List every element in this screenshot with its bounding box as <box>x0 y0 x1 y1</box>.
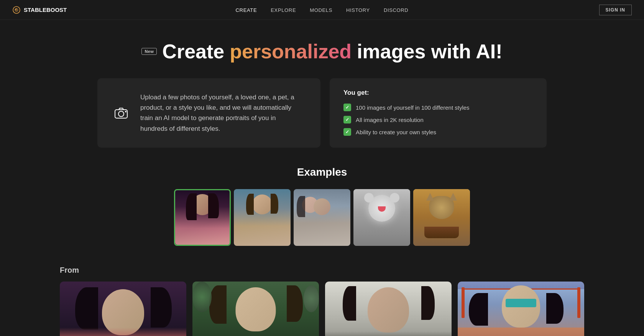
benefit-item-2: ✓ All images in 2K resolution <box>343 116 533 124</box>
logo[interactable]: STABLEBOOST <box>12 6 67 14</box>
benefits-heading: You get: <box>343 89 533 97</box>
check-icon-1: ✓ <box>343 104 351 111</box>
check-icon-2: ✓ <box>343 116 351 124</box>
benefit-item-3: ✓ Ability to create your own styles <box>343 128 533 136</box>
example-thumb-5[interactable] <box>413 189 470 246</box>
example-thumb-3[interactable] <box>294 189 350 246</box>
benefit-text-1: 100 images of yourself in 100 different … <box>356 104 470 111</box>
hero-word-rest: images with AI! <box>357 40 502 63</box>
nav-item-models[interactable]: MODELS <box>310 7 332 13</box>
hero-word-personalized: personalized <box>230 40 352 63</box>
nav-item-discord[interactable]: DISCORD <box>384 7 409 13</box>
nav-item-history[interactable]: HISTORY <box>346 7 370 13</box>
benefit-text-3: Ability to create your own styles <box>356 129 436 135</box>
from-card-1 <box>60 282 186 336</box>
navbar: STABLEBOOST CREATE EXPLORE MODELS HISTOR… <box>0 0 644 20</box>
example-thumb-1[interactable] <box>174 189 231 246</box>
benefit-list: ✓ 100 images of yourself in 100 differen… <box>343 104 533 136</box>
examples-title: Examples <box>0 166 644 178</box>
from-card-2 <box>192 282 319 336</box>
example-thumb-2[interactable] <box>234 189 291 246</box>
new-badge: New <box>141 48 157 55</box>
hero-title: New Create personalized images with AI! <box>0 40 644 63</box>
from-card-4 <box>458 282 584 336</box>
info-section: Upload a few photos of yourself, a loved… <box>88 78 556 148</box>
camera-icon <box>113 104 130 121</box>
from-grid <box>60 282 584 336</box>
svg-point-2 <box>125 111 127 112</box>
nav-item-create[interactable]: CREATE <box>236 7 257 13</box>
info-card-upload: Upload a few photos of yourself, a loved… <box>97 78 320 148</box>
hero-section: New Create personalized images with AI! <box>0 20 644 78</box>
nav-links: CREATE EXPLORE MODELS HISTORY DISCORD <box>236 7 409 13</box>
from-title: From <box>60 266 584 275</box>
example-thumb-4[interactable] <box>353 189 410 246</box>
benefit-text-2: All images in 2K resolution <box>356 117 424 123</box>
examples-section: Examples <box>0 166 644 246</box>
logo-icon <box>12 6 21 14</box>
from-card-3 <box>325 282 452 336</box>
sign-in-button[interactable]: SIGN IN <box>599 5 632 15</box>
nav-item-explore[interactable]: EXPLORE <box>271 7 296 13</box>
info-card-benefits: You get: ✓ 100 images of yourself in 100… <box>330 78 547 148</box>
from-section: From <box>0 266 644 336</box>
hero-word-create: Create <box>162 40 224 63</box>
examples-thumbnails <box>0 189 644 246</box>
logo-text: STABLEBOOST <box>24 7 67 13</box>
info-card-upload-text: Upload a few photos of yourself, a loved… <box>140 92 302 134</box>
svg-point-1 <box>118 111 124 117</box>
benefit-item-1: ✓ 100 images of yourself in 100 differen… <box>343 104 533 111</box>
check-icon-3: ✓ <box>343 128 351 136</box>
